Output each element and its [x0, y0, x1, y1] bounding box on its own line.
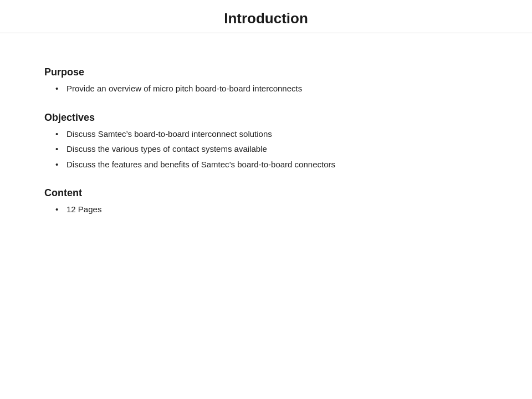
list-item: Discuss the features and benefits of Sam… — [55, 158, 488, 171]
section-content-heading: Content — [44, 187, 488, 199]
content-area: Purpose Provide an overview of micro pit… — [0, 33, 532, 255]
section-objectives-heading: Objectives — [44, 112, 488, 124]
page-container: Introduction Purpose Provide an overview… — [0, 0, 532, 399]
section-purpose-heading: Purpose — [44, 66, 488, 78]
section-objectives: Objectives Discuss Samtec’s board-to-boa… — [44, 112, 488, 171]
list-item: 12 Pages — [55, 203, 488, 216]
section-content-list: 12 Pages — [44, 203, 488, 216]
list-item: Provide an overview of micro pitch board… — [55, 83, 488, 95]
section-purpose: Purpose Provide an overview of micro pit… — [44, 66, 488, 95]
list-item: Discuss the various types of contact sys… — [55, 143, 488, 156]
section-purpose-list: Provide an overview of micro pitch board… — [44, 83, 488, 95]
page-title: Introduction — [0, 0, 532, 33]
section-objectives-list: Discuss Samtec’s board-to-board intercon… — [44, 128, 488, 171]
list-item: Discuss Samtec’s board-to-board intercon… — [55, 128, 488, 141]
section-content: Content 12 Pages — [44, 187, 488, 216]
